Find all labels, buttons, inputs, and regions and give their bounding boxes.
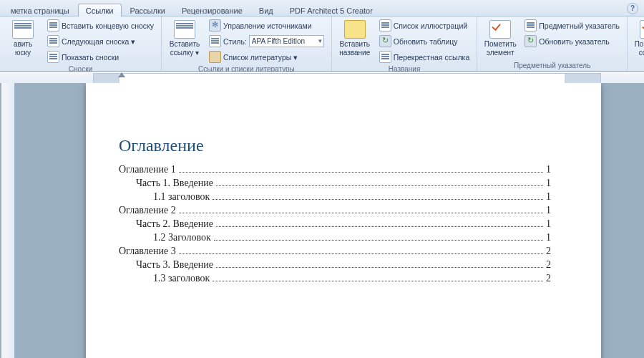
tab-рецензирование[interactable]: Рецензирование (174, 4, 250, 16)
ribbon-group-captions: ВставитьназваниеСписок иллюстрацийОбнови… (332, 16, 477, 71)
toc-entry-page: 1 (546, 191, 551, 203)
toc-leader (213, 199, 543, 200)
help-icon[interactable]: ? (627, 3, 638, 14)
toa-primary-button[interactable]: Пометитьссылку (632, 18, 644, 57)
ribbon-group-index: ПометитьэлементПредметный указательОбнов… (477, 16, 628, 71)
footnotes-row-0[interactable]: Вставить концевую сноску (44, 18, 157, 33)
footnotes-primary-icon (12, 20, 34, 39)
page[interactable]: Оглавление Оглавление 11Часть 1. Введени… (86, 83, 601, 358)
toc-entry-page: 1 (546, 205, 551, 216)
toc-entry-text: 1.1 заголовок (153, 191, 210, 203)
toc-entry[interactable]: 1.3 заголовок2 (119, 273, 551, 284)
toc-entry[interactable]: Оглавление 32 (119, 246, 551, 257)
toc-body: Оглавление 11Часть 1. Введение11.1 загол… (119, 164, 551, 284)
toc-leader (213, 281, 543, 281)
toc-leader (179, 253, 543, 254)
toc-entry-text: Часть 3. Введение (136, 259, 213, 271)
index-row-1[interactable]: Обновить указатель (522, 34, 623, 49)
tab-метка-страницы[interactable]: метка страницы (3, 4, 77, 16)
tab-pdf-architect-5-creator[interactable]: PDF Architect 5 Creator (282, 4, 381, 16)
citations-primary-icon (174, 20, 195, 39)
index-primary-button[interactable]: Пометитьэлемент (482, 18, 519, 57)
toc-entry[interactable]: 1.1 заголовок1 (119, 191, 551, 203)
captions-row-0[interactable]: Список иллюстраций (376, 18, 472, 33)
toc-leader (179, 172, 543, 173)
toc-entry-page: 1 (546, 164, 551, 175)
captions-primary-icon (344, 20, 366, 39)
doc-icon (379, 19, 391, 32)
index-primary-icon (489, 20, 511, 39)
ribbon-group-citations: Вставитьссылку ▾Управление источникамиСт… (162, 16, 332, 71)
citations-row-2[interactable]: Список литературы ▾ (206, 49, 327, 64)
footnotes-row-2[interactable]: Показать сноски (44, 49, 157, 64)
tab-вид[interactable]: Вид (251, 4, 281, 16)
document-area: Оглавление Оглавление 11Часть 1. Введени… (0, 83, 644, 358)
vertical-ruler[interactable] (1, 83, 15, 358)
group-label: Таблица ссылок (632, 61, 644, 71)
captions-primary-button[interactable]: Вставитьназвание (336, 18, 374, 64)
toc-title: Оглавление (119, 136, 551, 155)
toc-entry-text: 1.3 заголовок (153, 273, 210, 284)
citations-row-0[interactable]: Управление источниками (206, 18, 327, 33)
index-row-0[interactable]: Предметный указатель (522, 18, 623, 33)
citations-row-1[interactable]: Стиль:APA Fifth Edition (206, 34, 327, 49)
book-icon (209, 51, 221, 63)
toc-entry[interactable]: Часть 1. Введение1 (119, 178, 551, 189)
help-controls[interactable]: ? (621, 1, 644, 16)
toa-primary-icon (640, 20, 644, 39)
toc-leader (216, 226, 543, 227)
toc-entry[interactable]: Оглавление 21 (119, 205, 551, 216)
captions-row-2[interactable]: Перекрестная ссылка (376, 49, 472, 64)
toc-leader (216, 185, 543, 186)
toc-entry-page: 2 (546, 246, 551, 257)
toc-leader (216, 267, 543, 268)
toc-entry[interactable]: Часть 2. Введение1 (119, 218, 551, 230)
toc-entry-text: Оглавление 2 (119, 205, 176, 216)
toc-entry-text: Оглавление 1 (119, 164, 176, 175)
toc-entry-text: Оглавление 3 (119, 246, 176, 257)
ribbon: авитьюскуВставить концевую сноскуСледующ… (0, 16, 644, 72)
doc-icon (379, 51, 391, 63)
group-label: Предметный указатель (482, 61, 623, 71)
doc-icon (209, 35, 221, 47)
citations-primary-button[interactable]: Вставитьссылку ▾ (166, 18, 203, 64)
toc-entry-page: 1 (546, 178, 551, 189)
gear-icon (209, 19, 221, 32)
footnotes-row-1[interactable]: Следующая сноска ▾ (44, 34, 157, 49)
doc-icon (47, 35, 59, 47)
toc-leader (214, 240, 543, 241)
tab-рассылки[interactable]: Рассылки (122, 4, 173, 16)
toc-entry-text: Часть 1. Введение (136, 178, 213, 189)
refresh-icon (379, 35, 391, 47)
toc-entry-page: 2 (546, 259, 551, 271)
toc-entry-page: 1 (546, 232, 551, 243)
toc-entry[interactable]: Часть 3. Введение2 (119, 259, 551, 271)
captions-row-1[interactable]: Обновить таблицу (376, 34, 472, 49)
doc-icon (47, 51, 59, 63)
tab-ссылки[interactable]: Ссылки (78, 4, 122, 16)
toc-entry[interactable]: Оглавление 11 (119, 164, 551, 175)
toc-entry-page: 1 (546, 218, 551, 230)
toc-entry[interactable]: 1.2 Заголовок1 (119, 232, 551, 243)
toc-entry-page: 2 (546, 273, 551, 284)
refresh-icon (525, 35, 537, 47)
toc-leader (179, 213, 543, 213)
toc-entry-text: Часть 2. Введение (136, 218, 213, 230)
ribbon-group-footnotes: авитьюскуВставить концевую сноскуСледующ… (0, 16, 162, 71)
doc-icon (47, 19, 59, 32)
toc-entry-text: 1.2 Заголовок (153, 232, 211, 243)
doc-icon (525, 19, 537, 32)
citations-style-select[interactable]: APA Fifth Edition (249, 35, 324, 47)
ribbon-tabs: метка страницыСсылкиРассылкиРецензирован… (0, 0, 644, 16)
ribbon-group-toa: ПометитьссылкуТаблица ссылокОбновить таб… (628, 16, 644, 71)
footnotes-primary-button[interactable]: авитьюску (4, 18, 42, 64)
